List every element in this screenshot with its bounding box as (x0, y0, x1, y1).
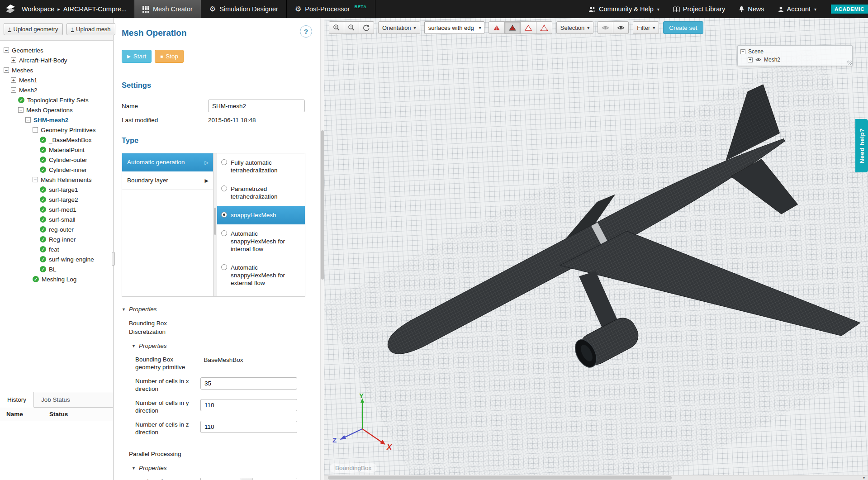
tree-item-icon[interactable] (40, 206, 46, 213)
type-option[interactable]: Automatic snappyHexMesh for external flo… (217, 258, 305, 292)
eye-icon[interactable] (755, 57, 761, 62)
tree-item-icon[interactable] (40, 236, 46, 242)
need-help-tab[interactable]: Need help? (855, 119, 868, 172)
tree-item[interactable]: Mesh Operations (0, 105, 113, 115)
tree-item[interactable]: Meshes (0, 65, 113, 75)
tree-item-icon[interactable] (40, 216, 46, 223)
tree-item-icon[interactable] (18, 107, 24, 113)
tree-item-icon[interactable] (40, 196, 46, 203)
collapse-box-icon[interactable]: − (740, 49, 745, 54)
spinner-caret-icon[interactable]: ▾ (241, 478, 252, 480)
expand-box-icon[interactable]: + (748, 57, 753, 62)
cells-count-input[interactable] (200, 421, 297, 433)
tree-item-icon[interactable] (40, 246, 46, 252)
tree-item-icon[interactable] (40, 137, 46, 143)
tree-item[interactable]: surf-small (0, 214, 113, 224)
tree-item-icon[interactable] (11, 87, 16, 93)
tree-item[interactable]: Mesh Refinements (0, 175, 113, 185)
tree-item[interactable]: Meshing Log (0, 274, 113, 284)
radio-icon[interactable] (221, 264, 227, 270)
tree-item[interactable]: Topological Entity Sets (0, 95, 113, 105)
scrollbar-thumb[interactable] (321, 130, 324, 280)
tree-item-icon[interactable] (40, 166, 46, 173)
render-wireframe-button[interactable] (521, 21, 536, 34)
upload-mesh-button[interactable]: ↑ Upload mesh (66, 23, 115, 35)
zoom-out-button[interactable] (344, 21, 359, 34)
stop-button[interactable]: ■ Stop (155, 50, 184, 63)
breadcrumb[interactable]: Workspace ▸ AIRCRAFT-Compre... (21, 0, 134, 18)
tab-post-processor[interactable]: ⚙ Post-Processor BETA (286, 0, 375, 18)
type-option[interactable]: Automatic snappyHexMesh for internal flo… (217, 224, 305, 258)
radio-icon[interactable] (221, 185, 227, 191)
cells-count-input[interactable] (200, 399, 297, 411)
scrollbar-thumb[interactable] (328, 476, 672, 480)
tree-item-icon[interactable] (40, 226, 46, 233)
nav-project-library[interactable]: Project Library (673, 5, 725, 13)
tree-item[interactable]: SHM-mesh2 (0, 115, 113, 125)
tree-item[interactable]: Mesh2 (0, 85, 113, 95)
tree-item[interactable]: Geometries (0, 45, 113, 55)
tree-item[interactable]: reg-outer (0, 224, 113, 234)
type-option[interactable]: Fully automatic tetrahedralization (217, 153, 305, 180)
scrollbar-thumb[interactable] (214, 208, 216, 235)
tree-item[interactable]: Cylinder-outer (0, 155, 113, 165)
properties-header[interactable]: ▼ Properties (122, 306, 310, 313)
tab-history[interactable]: History (0, 392, 34, 408)
tree-item[interactable]: surf-large2 (0, 195, 113, 204)
type-category[interactable]: Boundary layer (122, 171, 213, 190)
nav-community-help[interactable]: Community & Help ▾ (588, 5, 659, 13)
tree-item[interactable]: MaterialPoint (0, 145, 113, 155)
scene-mesh-row[interactable]: + Mesh2 (740, 56, 849, 64)
tree-item-icon[interactable] (40, 266, 46, 272)
help-button[interactable]: ? (300, 25, 312, 38)
render-solid-button[interactable] (489, 21, 505, 34)
zoom-in-button[interactable] (329, 21, 344, 34)
bbox-properties-header[interactable]: ▼ Properties (132, 342, 310, 349)
tree-item-icon[interactable] (40, 157, 46, 163)
tree-item[interactable]: BL (0, 264, 113, 274)
tree-item[interactable]: Aircraft-Half-Body (0, 55, 113, 65)
upload-geometry-button[interactable]: ↑ Upload geometry (4, 23, 63, 35)
scene-tree-panel[interactable]: − Scene + Mesh2 (737, 45, 853, 66)
reset-view-button[interactable] (359, 21, 374, 34)
tree-item[interactable]: Mesh1 (0, 75, 113, 85)
render-mode-select[interactable]: surfaces with edg ▾ (424, 21, 484, 34)
filter-dropdown[interactable]: Filter ▾ (633, 21, 659, 34)
name-input[interactable] (208, 100, 305, 112)
tree-item[interactable]: Geometry Primitives (0, 125, 113, 135)
tree-item[interactable]: feat (0, 244, 113, 254)
show-all-button[interactable] (613, 21, 629, 34)
tree-item-icon[interactable] (33, 177, 38, 182)
tree-item[interactable]: Reg-inner (0, 234, 113, 244)
tree-item-icon[interactable] (40, 147, 46, 153)
render-surface-edges-button[interactable] (505, 21, 521, 34)
breadcrumb-project[interactable]: AIRCRAFT-Compre... (63, 5, 127, 13)
cells-count-input[interactable] (200, 377, 297, 390)
app-logo-icon[interactable] (0, 0, 21, 18)
sidebar-resize-handle[interactable] (112, 252, 115, 266)
tree-item-icon[interactable] (33, 276, 39, 282)
tab-mesh-creator[interactable]: Mesh Creator (134, 0, 201, 18)
radio-icon[interactable] (221, 159, 227, 165)
tree-item[interactable]: surf-large1 (0, 185, 113, 195)
tree-item[interactable]: _BaseMeshBox (0, 135, 113, 145)
tree-item-icon[interactable] (11, 77, 16, 83)
radio-icon[interactable] (221, 212, 227, 218)
tree-item-icon[interactable] (4, 48, 9, 53)
tree-item-icon[interactable] (18, 97, 24, 103)
create-set-button[interactable]: Create set (663, 21, 703, 34)
tab-simulation-designer[interactable]: ⚙ Simulation Designer (201, 0, 286, 18)
scrollbar-down-arrow[interactable]: ▾ (861, 475, 867, 480)
render-points-button[interactable] (536, 21, 552, 34)
nav-news[interactable]: News (739, 5, 764, 13)
tree-item[interactable]: Cylinder-inner (0, 165, 113, 175)
selection-dropdown[interactable]: Selection ▾ (556, 21, 594, 34)
radio-icon[interactable] (221, 230, 227, 236)
orientation-dropdown[interactable]: Orientation ▾ (378, 21, 420, 34)
aircraft-mesh-scene[interactable] (324, 18, 868, 480)
type-option[interactable]: snappyHexMesh (217, 206, 305, 224)
tree-item[interactable]: surf-wing-engine (0, 254, 113, 264)
tab-job-status[interactable]: Job Status (34, 392, 77, 407)
tree-item-icon[interactable] (4, 67, 9, 73)
panel-scrollbar[interactable] (320, 18, 324, 480)
